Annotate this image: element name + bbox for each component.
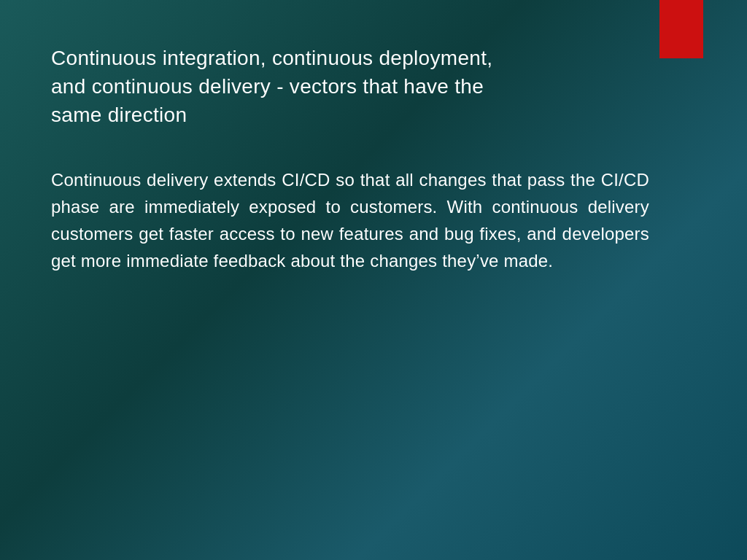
slide-body: Continuous delivery extends CI/CD so tha… xyxy=(51,166,649,275)
red-accent-decoration xyxy=(659,0,703,58)
slide-title: Continuous integration, continuous deplo… xyxy=(51,44,503,130)
slide-container: Continuous integration, continuous deplo… xyxy=(0,0,747,560)
